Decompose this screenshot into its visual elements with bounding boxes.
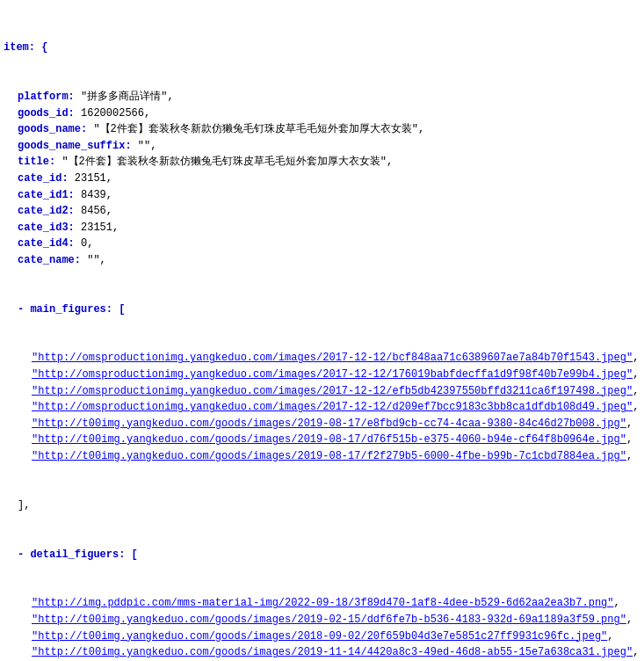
field-key: cate_name: <box>18 254 81 266</box>
field-key: title: <box>18 156 55 168</box>
detail-figuer-url[interactable]: "http://t00img.yangkeduo.com/goods/image… <box>32 646 633 658</box>
detail-figuer-item: "http://t00img.yangkeduo.com/goods/image… <box>4 612 640 628</box>
field-row: cate_name: "", <box>4 252 640 269</box>
field-key: cate_id4: <box>18 237 75 250</box>
detail-figuers-container: "http://img.pddpic.com/mms-material-img/… <box>4 595 640 661</box>
main-figure-item: "http://t00img.yangkeduo.com/goods/image… <box>4 432 640 448</box>
field-value: 23151, <box>75 222 119 234</box>
item-label: item: { <box>4 41 47 54</box>
field-row: goods_name: "【2件套】套装秋冬新款仿獭兔毛钉珠皮草毛毛短外套加厚大… <box>4 121 640 138</box>
main-figure-item: "http://omsproductionimg.yangkeduo.com/i… <box>4 367 640 383</box>
field-key: goods_name: <box>18 123 87 135</box>
json-viewer: item: { platform: "拼多多商品详情",goods_id: 16… <box>4 7 640 661</box>
field-row: goods_id: 1620002566, <box>4 105 640 122</box>
detail-figuer-item: "http://t00img.yangkeduo.com/goods/image… <box>4 628 640 645</box>
main-figure-url[interactable]: "http://omsproductionimg.yangkeduo.com/i… <box>32 401 633 413</box>
field-row: cate_id: 23151, <box>4 171 640 187</box>
detail-figuer-item: "http://img.pddpic.com/mms-material-img/… <box>4 595 640 612</box>
field-row: goods_name_suffix: "", <box>4 138 640 155</box>
field-row: cate_id1: 8439, <box>4 187 640 204</box>
field-row: cate_id3: 23151, <box>4 220 640 236</box>
field-value: "", <box>132 140 157 152</box>
field-value: 0, <box>75 237 94 250</box>
field-row: platform: "拼多多商品详情", <box>4 89 640 105</box>
field-row: cate_id4: 0, <box>4 236 640 252</box>
main-figure-url[interactable]: "http://omsproductionimg.yangkeduo.com/i… <box>32 385 633 397</box>
main-figure-url[interactable]: "http://t00img.yangkeduo.com/goods/image… <box>32 433 626 446</box>
field-key: cate_id: <box>18 172 69 185</box>
main-figures-close: ], <box>4 498 640 514</box>
field-key: cate_id1: <box>18 189 75 201</box>
main-figure-url[interactable]: "http://t00img.yangkeduo.com/goods/image… <box>32 418 626 430</box>
field-key: goods_name_suffix: <box>18 140 132 152</box>
field-value: "【2件套】套装秋冬新款仿獭兔毛钉珠皮草毛毛短外套加厚大衣女装", <box>87 123 424 135</box>
main-figure-item: "http://omsproductionimg.yangkeduo.com/i… <box>4 350 640 367</box>
main-figures-header: - main_figures: [ <box>4 301 640 318</box>
item-open: item: { <box>4 40 640 56</box>
field-value: 8456, <box>75 205 112 217</box>
field-value: 1620002566, <box>75 107 150 120</box>
main-figure-item: "http://t00img.yangkeduo.com/goods/image… <box>4 448 640 465</box>
main-figure-item: "http://t00img.yangkeduo.com/goods/image… <box>4 416 640 432</box>
main-figures-container: "http://omsproductionimg.yangkeduo.com/i… <box>4 350 640 464</box>
detail-figuer-item: "http://t00img.yangkeduo.com/goods/image… <box>4 644 640 661</box>
field-key: platform: <box>18 91 75 103</box>
main-figure-url[interactable]: "http://omsproductionimg.yangkeduo.com/i… <box>32 368 633 381</box>
field-row: cate_id2: 8456, <box>4 203 640 220</box>
main-figure-url[interactable]: "http://omsproductionimg.yangkeduo.com/i… <box>32 352 633 364</box>
fields-container: platform: "拼多多商品详情",goods_id: 1620002566… <box>4 89 640 269</box>
field-row: title: "【2件套】套装秋冬新款仿獭兔毛钉珠皮草毛毛短外套加厚大衣女装", <box>4 154 640 171</box>
detail-figuers-header: - detail_figuers: [ <box>4 547 640 563</box>
detail-figuer-url[interactable]: "http://t00img.yangkeduo.com/goods/image… <box>32 614 626 626</box>
field-value: "拼多多商品详情", <box>75 91 174 103</box>
field-value: "【2件套】套装秋冬新款仿獭兔毛钉珠皮草毛毛短外套加厚大衣女装", <box>55 156 393 168</box>
field-key: cate_id2: <box>18 205 75 217</box>
field-value: 23151, <box>69 172 112 185</box>
field-value: "", <box>81 254 106 266</box>
field-value: 8439, <box>75 189 112 201</box>
detail-figuer-url[interactable]: "http://t00img.yangkeduo.com/goods/image… <box>32 630 607 643</box>
main-figure-url[interactable]: "http://t00img.yangkeduo.com/goods/image… <box>32 450 626 462</box>
main-figure-item: "http://omsproductionimg.yangkeduo.com/i… <box>4 383 640 400</box>
field-key: goods_id: <box>18 107 75 120</box>
main-figures-label: - main_figures: [ <box>18 303 125 316</box>
detail-figuers-label: - detail_figuers: [ <box>18 548 138 561</box>
detail-figuer-url[interactable]: "http://img.pddpic.com/mms-material-img/… <box>32 597 614 609</box>
main-figure-item: "http://omsproductionimg.yangkeduo.com/i… <box>4 399 640 416</box>
field-key: cate_id3: <box>18 222 75 234</box>
